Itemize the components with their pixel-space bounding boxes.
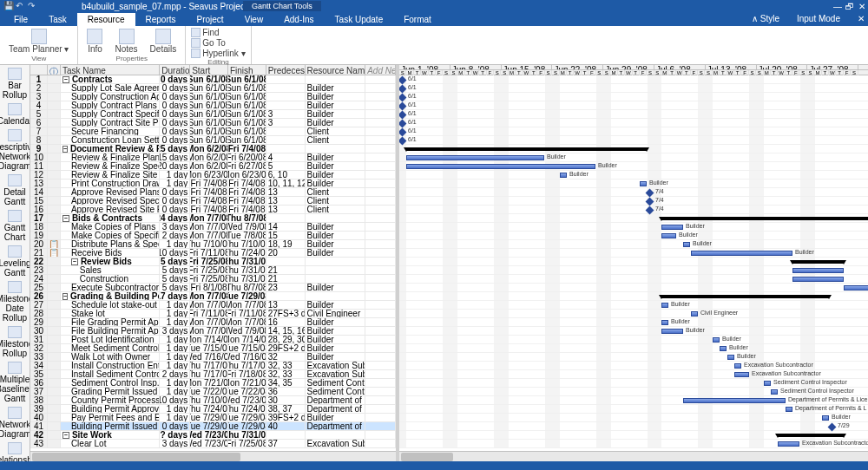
task-row[interactable]: 18Make Copies of Plans3 daysMon 7/7/08We… xyxy=(30,223,396,232)
cell-start[interactable]: Sun 6/1/08 xyxy=(190,93,228,101)
cell-task-name[interactable]: Approve Revised Plans xyxy=(61,188,160,196)
task-row[interactable]: 28Stake lot1 dayFri 7/11/08Fri 7/11/0827… xyxy=(30,310,396,318)
cell-start[interactable]: Mon 6/2/08 xyxy=(190,145,228,153)
task-bar[interactable] xyxy=(691,251,792,256)
cell-duration[interactable]: 0 days xyxy=(160,206,190,213)
cell-start[interactable]: Sun 6/1/08 xyxy=(190,136,228,144)
row-id[interactable]: 14 xyxy=(30,188,48,196)
task-row[interactable]: 1−Contracts0 daysSun 6/1/08Sun 6/1/08 xyxy=(30,75,396,84)
cell-resources[interactable]: Builder xyxy=(306,249,366,257)
row-id[interactable]: 16 xyxy=(30,206,48,213)
row-id[interactable]: 5 xyxy=(30,110,48,118)
cell-duration[interactable]: 0 days xyxy=(160,75,190,83)
qat-redo-icon[interactable]: ↷ xyxy=(28,1,36,10)
row-id[interactable]: 22 xyxy=(30,258,48,265)
task-bar[interactable] xyxy=(683,398,786,403)
cell-duration[interactable]: 0 days xyxy=(160,119,190,127)
task-row[interactable]: 22−Review Bids5 daysFri 7/25/08Thu 7/31/… xyxy=(30,258,396,266)
cell-resources[interactable]: Builder xyxy=(306,162,366,170)
cell-duration[interactable]: 1 day xyxy=(160,318,190,326)
cell-start[interactable]: Thu 7/10/08 xyxy=(190,240,228,248)
gantt-row[interactable] xyxy=(399,431,868,440)
cell-start[interactable]: Mon 7/7/08 xyxy=(190,232,228,239)
gantt-row[interactable]: Excavation Subcontracto xyxy=(399,440,868,448)
cell-duration[interactable]: 1 day xyxy=(160,344,190,352)
cell-resources[interactable]: Department of Permi xyxy=(306,422,366,430)
cell-predecessors[interactable] xyxy=(266,214,306,222)
cell-task-name[interactable]: Building Permit Approved xyxy=(61,405,160,413)
cell-start[interactable]: Sun 6/1/08 xyxy=(190,101,228,109)
cell-task-name[interactable]: Receive Bids xyxy=(61,249,160,257)
cell-resources[interactable]: Excavation Subcontr xyxy=(306,440,366,447)
cell-resources[interactable]: Client xyxy=(306,206,366,213)
cell-duration[interactable]: 0 days xyxy=(160,422,190,430)
tab-task[interactable]: Task xyxy=(38,13,77,26)
cell-task-name[interactable]: Approve Revised Site Plan xyxy=(61,206,160,213)
cell-start[interactable]: Fri 7/4/08 xyxy=(190,188,228,196)
row-id[interactable]: 21 xyxy=(30,249,48,257)
view-multi-base[interactable]: Multiple Baselines Gantt xyxy=(2,361,28,404)
cell-resources[interactable]: Client xyxy=(306,136,366,144)
gantt-row[interactable]: 7/4 xyxy=(399,188,868,197)
gantt-row[interactable]: 6/1 xyxy=(399,110,868,119)
cell-duration[interactable]: 25 days xyxy=(160,145,190,153)
task-bar[interactable] xyxy=(640,181,647,186)
task-bar[interactable] xyxy=(406,164,595,169)
view-ms-date[interactable]: Milestone Date Rollup xyxy=(2,280,28,323)
cell-finish[interactable]: Thu 8/7/08 xyxy=(228,214,266,222)
row-id[interactable]: 7 xyxy=(30,127,48,135)
task-row[interactable]: 16Approve Revised Site Plan0 daysFri 7/4… xyxy=(30,206,396,214)
cell-predecessors[interactable]: 27FS+3 days xyxy=(266,310,306,317)
task-row[interactable]: 7Secure Financing0 daysSun 6/1/08Sun 6/1… xyxy=(30,127,396,136)
task-row[interactable]: 19Make Copies of Specifications2 daysMon… xyxy=(30,232,396,240)
cell-resources[interactable]: Builder xyxy=(306,240,366,248)
cell-duration[interactable]: 3 days xyxy=(160,223,190,231)
cell-start[interactable]: Fri 7/4/08 xyxy=(190,206,228,213)
cell-duration[interactable]: 0 days xyxy=(160,188,190,196)
cell-predecessors[interactable]: 15 xyxy=(266,232,306,239)
task-row[interactable]: 14Approve Revised Plans0 daysFri 7/4/08F… xyxy=(30,188,396,197)
grid-hscroll[interactable] xyxy=(30,451,396,461)
row-id[interactable]: 24 xyxy=(30,275,48,283)
cell-predecessors[interactable]: 32 xyxy=(266,353,306,361)
cell-resources[interactable]: Builder xyxy=(306,284,366,291)
cell-resources[interactable]: Excavation Subcontr xyxy=(306,370,366,378)
tab-add-ins[interactable]: Add-Ins xyxy=(273,13,324,26)
cell-predecessors[interactable]: 3 xyxy=(266,110,306,118)
cell-task-name[interactable]: File Building Permit Application xyxy=(61,327,160,335)
style-toggle[interactable]: ∧ Style xyxy=(752,14,779,23)
cell-finish[interactable]: Fri 7/11/08 xyxy=(228,310,266,317)
qat-save-icon[interactable]: 💾 xyxy=(3,1,12,10)
cell-start[interactable]: Fri 7/11/08 xyxy=(190,249,228,257)
cell-start[interactable]: Tue 7/29/08 xyxy=(190,414,228,421)
row-id[interactable]: 38 xyxy=(30,396,48,404)
row-id[interactable]: 42 xyxy=(30,431,48,439)
cell-finish[interactable]: Sun 6/1/08 xyxy=(228,84,266,92)
cell-finish[interactable]: Mon 7/21/08 xyxy=(228,379,266,387)
task-bar[interactable] xyxy=(786,407,792,412)
cell-resources[interactable]: Builder xyxy=(306,344,366,352)
gantt-row[interactable]: Builder xyxy=(399,171,868,180)
cell-resources[interactable] xyxy=(306,214,366,222)
cell-predecessors[interactable]: 5 xyxy=(266,162,306,170)
cell-finish[interactable]: Fri 7/25/08 xyxy=(228,440,266,447)
cell-task-name[interactable]: −Review Bids xyxy=(61,258,160,265)
view-bar-rollup[interactable]: Bar Rollup xyxy=(2,67,28,101)
cell-predecessors[interactable] xyxy=(266,84,306,92)
gantt-row[interactable]: Builder xyxy=(399,327,868,336)
cell-task-name[interactable]: Review & Finalize Plans xyxy=(61,153,160,161)
row-id[interactable]: 28 xyxy=(30,310,48,317)
cell-task-name[interactable]: Review & Finalize Site Plan xyxy=(61,171,160,179)
cell-predecessors[interactable]: 21 xyxy=(266,266,306,274)
cell-task-name[interactable]: Make Copies of Specifications xyxy=(61,232,160,239)
cell-duration[interactable]: 5 days xyxy=(160,266,190,274)
gantt-row[interactable]: 6/1 xyxy=(399,93,868,101)
cell-finish[interactable]: Sun 6/1/08 xyxy=(228,101,266,109)
cell-start[interactable]: Fri 7/4/08 xyxy=(190,180,228,187)
view-gantt-chart[interactable]: Gantt Chart xyxy=(2,209,28,243)
cell-start[interactable]: Fri 7/25/08 xyxy=(190,275,228,283)
cell-task-name[interactable]: Walk Lot with Owner xyxy=(61,353,160,361)
cell-task-name[interactable]: Post Lot Identification xyxy=(61,336,160,343)
outline-toggle-icon[interactable]: − xyxy=(62,146,68,153)
cell-resources[interactable]: Builder xyxy=(306,327,366,335)
